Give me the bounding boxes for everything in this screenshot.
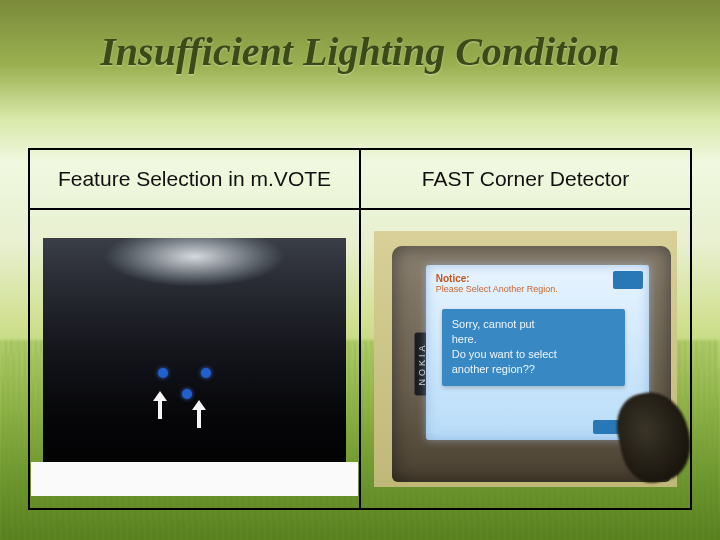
arrow-up-icon xyxy=(155,391,165,419)
status-box-icon xyxy=(613,271,643,289)
feature-dot xyxy=(201,368,211,378)
dialog-line: another region?? xyxy=(452,362,615,377)
dialog-line: here. xyxy=(452,332,615,347)
cell-right: NOKIA Notice: Please Select Another Regi… xyxy=(359,210,690,508)
dialog-box: Sorry, cannot put here. Do you want to s… xyxy=(442,309,625,386)
table-body-row: NOKIA Notice: Please Select Another Regi… xyxy=(30,210,690,508)
column-header-left: Feature Selection in m.VOTE xyxy=(30,150,359,208)
feature-dot xyxy=(182,389,192,399)
slide-title: Insufficient Lighting Condition xyxy=(0,28,720,75)
phone-photo: NOKIA Notice: Please Select Another Regi… xyxy=(374,231,677,487)
column-header-right-label: FAST Corner Detector xyxy=(422,167,629,191)
comparison-table: Feature Selection in m.VOTE FAST Corner … xyxy=(28,148,692,510)
column-header-left-label: Feature Selection in m.VOTE xyxy=(58,167,331,191)
dialog-line: Sorry, cannot put xyxy=(452,317,615,332)
column-header-right: FAST Corner Detector xyxy=(359,150,690,208)
notice-subtitle: Please Select Another Region. xyxy=(436,284,609,294)
image-bottom-strip xyxy=(31,462,358,496)
feature-dot xyxy=(158,368,168,378)
table-header-row: Feature Selection in m.VOTE FAST Corner … xyxy=(30,150,690,210)
notice-block: Notice: Please Select Another Region. xyxy=(436,273,609,294)
phone-screen: Notice: Please Select Another Region. So… xyxy=(426,265,649,439)
dialog-line: Do you want to select xyxy=(452,347,615,362)
dark-scene-image xyxy=(43,238,346,470)
cell-left xyxy=(30,210,359,508)
notice-title: Notice: xyxy=(436,273,609,284)
arrow-up-icon xyxy=(194,400,204,428)
